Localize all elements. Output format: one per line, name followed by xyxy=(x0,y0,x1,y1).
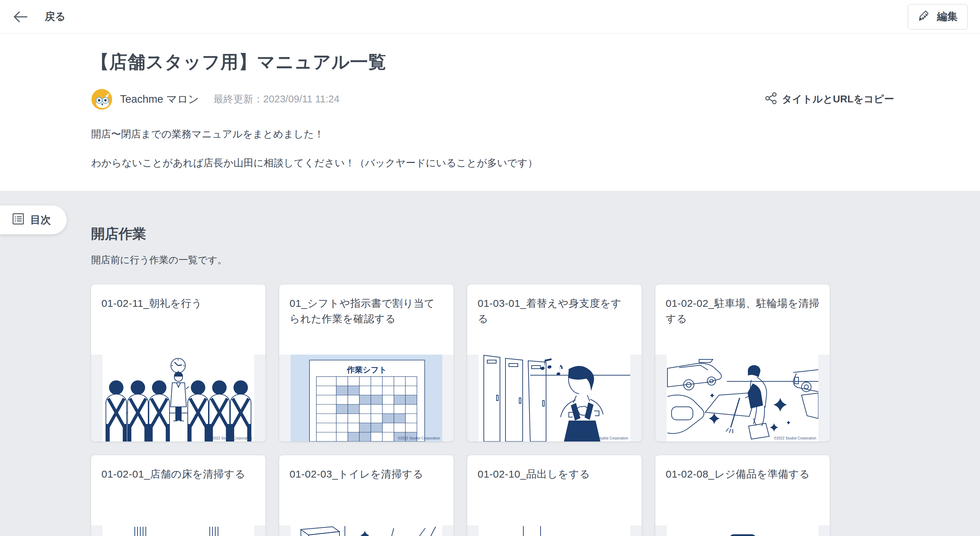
manual-card-shelf-stocking[interactable]: 01-02-10_品出しをする xyxy=(467,455,642,536)
back-button[interactable] xyxy=(13,10,28,23)
floor-cleaning-illustration xyxy=(102,525,254,536)
page-title: 【店舗スタッフ用】マニュアル一覧 xyxy=(91,50,894,74)
manual-header-section: 【店舗スタッフ用】マニュアル一覧 Teachme マロン 最終更新：2023/0… xyxy=(0,34,980,191)
manual-card-parking-cleaning[interactable]: 01-02-02_駐車場、駐輪場を清掃する xyxy=(655,284,830,441)
morning-assembly-illustration xyxy=(102,355,254,441)
manual-card-toilet-cleaning[interactable]: 01-02-03_トイレを清掃する xyxy=(279,455,453,536)
parking-cleaning-illustration xyxy=(667,355,818,441)
toc-list-icon xyxy=(12,212,25,228)
copyright-watermark: ©2022 Studist Corporation xyxy=(210,436,252,440)
author-avatar xyxy=(91,89,113,110)
card-thumbnail: ©2022 Studist Corporation xyxy=(655,355,830,441)
shelf-stocking-illustration xyxy=(479,525,630,536)
manual-card-work-shift[interactable]: 01_シフトや指示書で割り当てられた作業を確認する 作業シフト xyxy=(279,284,453,441)
share-icon xyxy=(765,92,777,107)
card-title: 01-02-03_トイレを清掃する xyxy=(279,455,453,525)
card-title: 01-02-11_朝礼を行う xyxy=(91,284,266,355)
work-shift-illustration: 作業シフト xyxy=(291,355,442,441)
card-title: 01-02-08_レジ備品を準備する xyxy=(655,455,830,525)
card-title: 01-03-01_着替えや身支度をする xyxy=(467,284,642,355)
card-title: 01-02-02_駐車場、駐輪場を清掃する xyxy=(655,284,830,355)
card-title: 01-02-01_店舗の床を清掃する xyxy=(91,455,266,525)
copyright-watermark: ©2022 Studist Corporation xyxy=(398,436,440,440)
last-updated: 最終更新：2023/09/11 11:24 xyxy=(213,92,339,106)
author-name: Teachme マロン xyxy=(120,92,199,106)
changing-room-illustration xyxy=(479,355,630,441)
card-thumbnail: ©2022 Studist Corporation xyxy=(467,355,642,441)
manual-card-register-supplies[interactable]: 01-02-08_レジ備品を準備する OK!! xyxy=(655,455,830,536)
register-supplies-illustration: OK!! xyxy=(667,525,818,536)
meta-row: Teachme マロン 最終更新：2023/09/11 11:24 タイトルとU… xyxy=(91,89,894,110)
edit-label: 編集 xyxy=(937,10,958,24)
manual-card-morning-assembly[interactable]: 01-02-11_朝礼を行う xyxy=(91,284,266,441)
toc-button[interactable]: 目次 xyxy=(0,205,67,234)
card-thumbnail: 作業シフト xyxy=(279,355,453,441)
edit-button[interactable]: 編集 xyxy=(908,4,967,30)
copy-title-url-button[interactable]: タイトルとURLをコピー xyxy=(765,92,894,107)
copy-link-label: タイトルとURLをコピー xyxy=(782,92,894,106)
toc-label: 目次 xyxy=(30,213,51,227)
top-bar: 戻る 編集 xyxy=(0,0,980,34)
pencil-icon xyxy=(918,8,932,25)
description-line-1: 開店〜閉店までの業務マニュアルをまとめました！ xyxy=(91,128,894,141)
manual-body-section: 目次 開店作業 開店前に行う作業の一覧です。 01-02-11_朝礼を行う xyxy=(0,191,980,536)
card-thumbnail xyxy=(91,525,266,536)
card-thumbnail xyxy=(467,525,642,536)
back-label[interactable]: 戻る xyxy=(45,10,66,24)
description-line-2: わからないことがあれば店長か山田に相談してください！（バックヤードにいることが多… xyxy=(91,157,894,170)
card-title: 01-02-10_品出しをする xyxy=(467,455,642,525)
section-subtitle: 開店前に行う作業の一覧です。 xyxy=(91,254,980,266)
manual-card-changing-room[interactable]: 01-03-01_着替えや身支度をする xyxy=(467,284,642,441)
card-thumbnail xyxy=(279,525,453,536)
card-thumbnail: OK!! xyxy=(655,525,830,536)
manual-card-grid: 01-02-11_朝礼を行う xyxy=(91,284,980,536)
copyright-watermark: ©2022 Studist Corporation xyxy=(774,436,816,440)
shift-sheet-title: 作業シフト xyxy=(347,365,387,374)
section-content: 開店作業 開店前に行う作業の一覧です。 01-02-11_朝礼を行う xyxy=(0,191,980,536)
toilet-cleaning-illustration xyxy=(291,525,442,536)
card-title: 01_シフトや指示書で割り当てられた作業を確認する xyxy=(279,284,453,355)
card-thumbnail: ©2022 Studist Corporation xyxy=(91,355,266,441)
manual-card-floor-cleaning[interactable]: 01-02-01_店舗の床を清掃する xyxy=(91,455,266,536)
back-arrow-icon xyxy=(13,10,28,23)
section-title: 開店作業 xyxy=(91,224,980,243)
copyright-watermark: ©2022 Studist Corporation xyxy=(586,436,628,440)
